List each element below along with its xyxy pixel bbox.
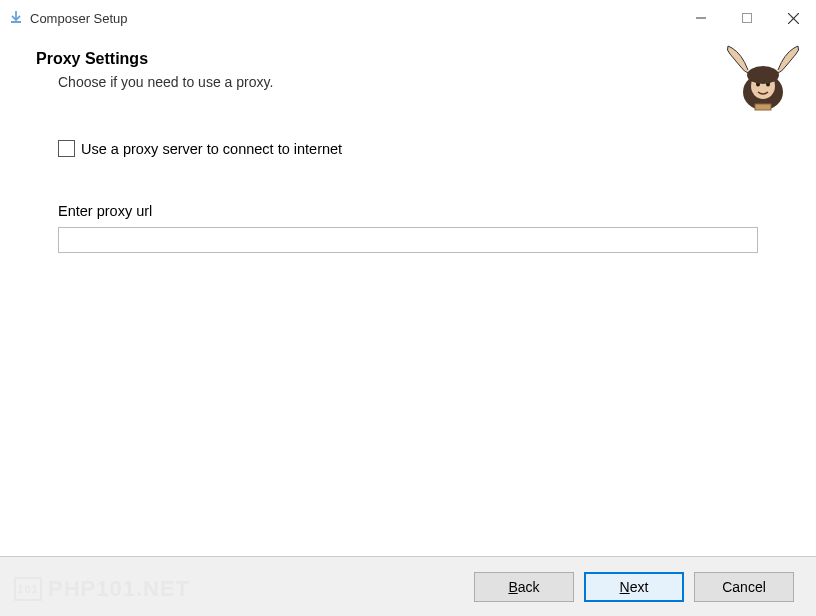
wizard-header: Proxy Settings Choose if you need to use… (0, 36, 816, 100)
wizard-content: Use a proxy server to connect to interne… (0, 100, 816, 253)
watermark-icon: 101 (14, 577, 42, 601)
composer-logo-image (722, 42, 804, 114)
use-proxy-row: Use a proxy server to connect to interne… (58, 140, 758, 157)
cancel-button[interactable]: Cancel (694, 572, 794, 602)
titlebar: Composer Setup (0, 0, 816, 36)
svg-rect-10 (755, 104, 771, 110)
page-subtitle: Choose if you need to use a proxy. (58, 74, 796, 90)
next-label-rest: ext (630, 579, 649, 595)
use-proxy-checkbox[interactable] (58, 140, 75, 157)
window-controls (678, 0, 816, 36)
wizard-footer: 101 PHP101.NET Back Next Cancel (0, 556, 816, 616)
svg-point-9 (747, 66, 779, 84)
back-label-rest: ack (518, 579, 540, 595)
minimize-button[interactable] (678, 0, 724, 36)
proxy-url-label: Enter proxy url (58, 203, 758, 219)
watermark: 101 PHP101.NET (14, 576, 190, 602)
maximize-button[interactable] (724, 0, 770, 36)
page-title: Proxy Settings (36, 50, 796, 68)
watermark-text: PHP101.NET (48, 576, 190, 602)
next-button[interactable]: Next (584, 572, 684, 602)
use-proxy-label: Use a proxy server to connect to interne… (81, 141, 342, 157)
back-button[interactable]: Back (474, 572, 574, 602)
composer-icon (8, 10, 24, 26)
svg-rect-2 (743, 14, 752, 23)
window-title: Composer Setup (30, 11, 678, 26)
close-button[interactable] (770, 0, 816, 36)
proxy-url-input[interactable] (58, 227, 758, 253)
svg-rect-0 (11, 21, 21, 23)
